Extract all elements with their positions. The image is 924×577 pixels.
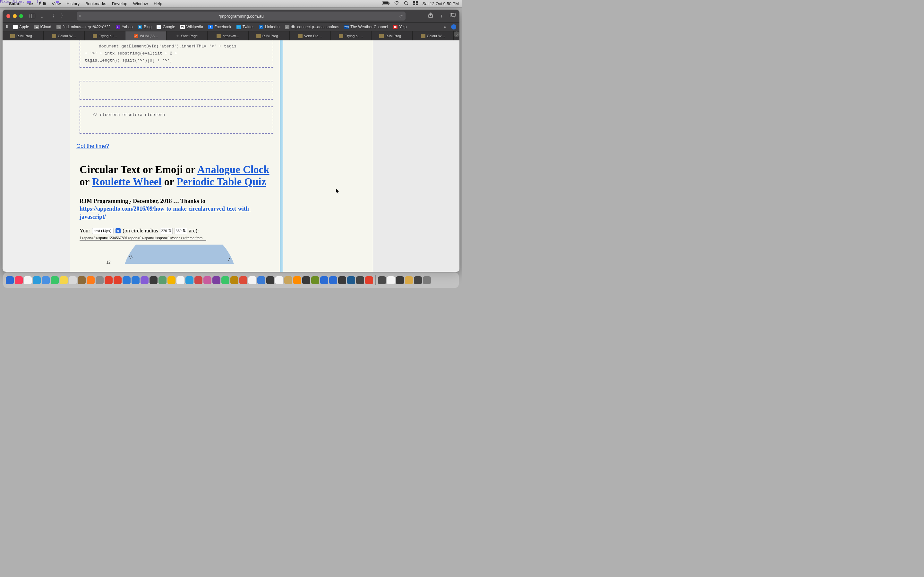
control-center-icon[interactable] (413, 1, 418, 6)
dropdown-arrows-icon[interactable]: ⇅ (115, 228, 121, 234)
fav-facebook[interactable]: fFacebook (208, 25, 231, 29)
link-roulette-wheel[interactable]: Roulette Wheel (92, 176, 162, 187)
dock-app-2[interactable] (24, 276, 32, 284)
dock-app-46[interactable] (423, 276, 431, 284)
dock-app-22[interactable] (204, 276, 212, 284)
fav-findminus[interactable]: ⌕find_minus....rep+%22s%22 (57, 25, 111, 29)
dock-app-26[interactable] (239, 276, 247, 284)
dock-app-42[interactable] (387, 276, 395, 284)
tab-5[interactable]: https://w… (208, 31, 249, 40)
spotlight-icon[interactable] (404, 1, 409, 6)
minimize-button[interactable] (13, 14, 17, 18)
dock-app-45[interactable] (414, 276, 422, 284)
fav-bing[interactable]: bBing (137, 25, 152, 29)
radius-input[interactable]: 320 ⇅ (160, 228, 173, 234)
address-bar[interactable]: 􀉆 rjmprogramming.com.au ⟳ (77, 11, 405, 21)
tab-7[interactable]: Venn Dia… (290, 31, 331, 40)
dock-app-32[interactable] (293, 276, 301, 284)
fav-weather[interactable]: TWCThe Weather Channel (344, 25, 388, 29)
dock-app-25[interactable] (230, 276, 238, 284)
dock-app-31[interactable] (284, 276, 292, 284)
got-the-time-link[interactable]: Got the time? (76, 143, 273, 149)
sidebar-toggle-icon[interactable] (29, 14, 35, 18)
dock-app-20[interactable] (186, 276, 194, 284)
dock-app-10[interactable] (95, 276, 103, 284)
menu-help[interactable]: Help (153, 1, 162, 6)
tab-2[interactable]: Trying ou… (85, 31, 126, 40)
fav-apple[interactable]: Apple (13, 25, 29, 29)
fav-wikipedia[interactable]: WWikipedia (180, 25, 203, 29)
dock-app-41[interactable] (378, 276, 386, 284)
fav-yelp[interactable]: ✱Yelp (393, 25, 407, 29)
menu-window[interactable]: Window (133, 1, 148, 6)
wifi-icon[interactable] (394, 1, 399, 6)
link-appendto[interactable]: https://appendto.com/2016/09/how-to-make… (79, 205, 251, 219)
dock-app-14[interactable] (132, 276, 140, 284)
dock-app-29[interactable] (266, 276, 274, 284)
reader-icon[interactable]: 􀉆 (79, 14, 81, 18)
chevron-down-icon[interactable]: ⌄ (39, 13, 45, 19)
fav-linkedin[interactable]: inLinkedIn (259, 25, 279, 29)
tab-9[interactable]: RJM Prog… (372, 31, 413, 40)
dock-app-18[interactable] (168, 276, 176, 284)
dock-app-38[interactable] (347, 276, 355, 284)
dock-app-21[interactable] (194, 276, 202, 284)
dock-app-15[interactable] (141, 276, 149, 284)
dock-app-5[interactable] (51, 276, 59, 284)
dock-app-6[interactable] (60, 276, 68, 284)
dock-app-12[interactable] (113, 276, 121, 284)
back-button[interactable]: 〈 (48, 13, 56, 19)
menubar-clock[interactable]: Sat 12 Oct 9:50 PM (423, 1, 459, 6)
dock-app-7[interactable] (69, 276, 77, 284)
close-button[interactable] (6, 14, 10, 18)
new-tab-icon[interactable]: ＋ (439, 13, 444, 19)
dock-app-40[interactable] (365, 276, 373, 284)
dock-app-23[interactable] (212, 276, 220, 284)
share-icon[interactable] (428, 13, 433, 19)
dock-app-44[interactable] (405, 276, 413, 284)
dock-app-9[interactable] (87, 276, 95, 284)
dock-app-39[interactable] (356, 276, 364, 284)
dock-app-1[interactable] (15, 276, 23, 284)
dock-app-16[interactable] (150, 276, 158, 284)
tab-1[interactable]: Colour W… (44, 31, 85, 40)
text-size-select[interactable]: text (14px) (92, 228, 113, 234)
dock-app-30[interactable] (275, 276, 283, 284)
fav-icloud[interactable]: ☁iCloud (34, 25, 51, 29)
menu-bookmarks[interactable]: Bookmarks (86, 1, 106, 6)
tab-6[interactable]: RJM Prog… (249, 31, 290, 40)
arc-input[interactable]: 360 ⇅ (174, 228, 187, 234)
dock-app-34[interactable] (311, 276, 319, 284)
forward-button[interactable]: 〉 (59, 13, 67, 19)
dock-app-36[interactable] (329, 276, 337, 284)
favorites-overflow-icon[interactable]: » (444, 25, 446, 29)
link-periodic-table[interactable]: Periodic Table Quiz (176, 176, 266, 187)
fav-twitter[interactable]: 🐦Twitter (236, 25, 254, 29)
battery-icon[interactable] (382, 1, 390, 6)
tab-8[interactable]: Trying ou… (331, 31, 372, 40)
menu-develop[interactable]: Develop (112, 1, 128, 6)
dock-app-3[interactable] (33, 276, 41, 284)
tab-search-icon[interactable]: ⌕ (454, 31, 459, 37)
fav-google[interactable]: GGoogle (157, 25, 175, 29)
dock-app-17[interactable] (158, 276, 166, 284)
dock-app-24[interactable] (221, 276, 229, 284)
reload-icon[interactable]: ⟳ (399, 14, 403, 19)
dock-app-28[interactable] (257, 276, 265, 284)
dock-app-13[interactable] (123, 276, 131, 284)
dock-app-27[interactable] (248, 276, 256, 284)
dock-app-43[interactable] (396, 276, 404, 284)
fav-dbconnect[interactable]: ⌕db_connect.p...aaasaaafaas (285, 25, 339, 29)
dock-app-4[interactable] (42, 276, 50, 284)
dock-app-8[interactable] (78, 276, 86, 284)
tab-4[interactable]: ☆Start Page (166, 31, 208, 40)
menu-history[interactable]: History (66, 1, 79, 6)
apps-grid-icon[interactable]: ⠿ (6, 25, 8, 29)
overflow-chevron-icon[interactable]: ⌄ (451, 13, 458, 19)
fav-yahoo[interactable]: Y!Yahoo (116, 25, 133, 29)
dock-app-37[interactable] (338, 276, 346, 284)
dock-app-0[interactable] (6, 276, 14, 284)
dock-app-33[interactable] (302, 276, 310, 284)
zoom-button[interactable] (19, 14, 23, 18)
dock-app-11[interactable] (105, 276, 113, 284)
